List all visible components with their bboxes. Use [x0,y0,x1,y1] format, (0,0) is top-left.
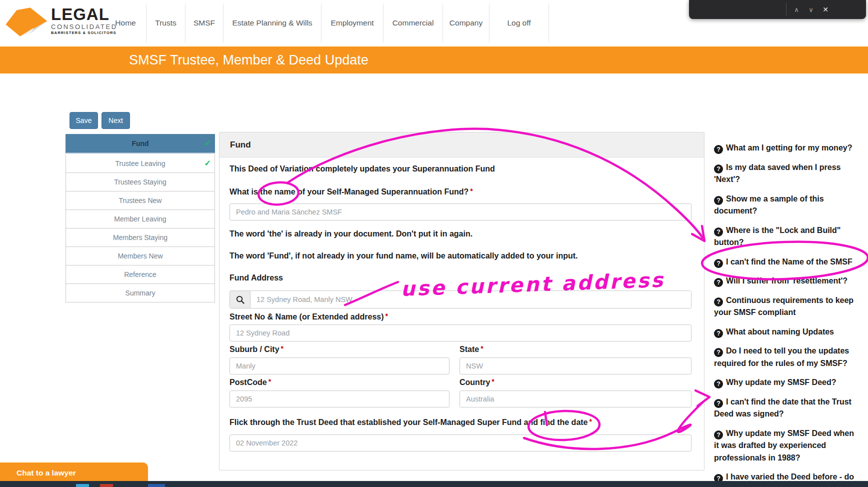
nav-item-company[interactable]: Company [443,4,490,42]
state-label-text: State [460,345,479,354]
required-asterisk: * [480,344,483,352]
faq-label: Show me a sample of this document? [714,194,824,216]
fund-form-panel: Fund This Deed of Variation completely u… [219,132,704,470]
social-icon-sliver [148,484,165,487]
faq-sidebar: ?What am I getting for my money? ?Is my … [714,142,858,487]
step-label: Trustees Staying [114,178,166,186]
step-trustee-leaving[interactable]: Trustee Leaving ✓ [66,154,215,173]
faq-item-tell-updates[interactable]: ?Do I need to tell you the updates requi… [714,345,858,370]
nav-item-smsf[interactable]: SMSF [186,4,224,42]
step-summary[interactable]: Summary [66,284,215,302]
faq-item-data-saved[interactable]: ?Is my data saved when I press 'Next'? [714,162,858,186]
required-asterisk: * [386,312,388,320]
question-circle-icon: ? [714,329,723,338]
next-button[interactable]: Next [102,112,130,129]
state-label: State* [460,344,484,354]
footer-bar [0,481,868,487]
faq-item-why-update[interactable]: ?Why update my SMSF Deed? [714,376,858,389]
faq-item-continuous-requirements[interactable]: ?Continuous requirements to keep your SM… [714,294,858,319]
faq-label: Continuous requirements to keep your SMS… [714,296,854,317]
faq-item-resettlement[interactable]: ?Will I suffer from 'resettlement'? [714,275,858,288]
step-trustees-staying[interactable]: Trustees Staying [66,173,215,192]
panel-header: Fund [220,132,704,158]
note-the: The word 'the' is already in your docume… [230,230,472,238]
nav-item-estate-planning[interactable]: Estate Planning & Wills [224,4,322,42]
suburb-input[interactable] [230,358,450,374]
fund-address-input[interactable] [250,291,691,308]
faq-label: What am I getting for my money? [726,144,852,152]
suburb-label-text: Suburb / City [230,345,280,354]
faq-label: What about naming Updates [726,328,834,336]
faq-item-drafted-1988[interactable]: ?Why update my SMSF Deed when it was dra… [714,428,858,464]
faq-label: I have varied the Deed before - do [726,472,854,481]
logo-arrow-icon [4,3,48,41]
faq-label: Why update my SMSF Deed? [726,378,836,386]
fund-name-input[interactable] [230,204,692,220]
step-label: Trustees New [119,196,162,204]
chevron-up-icon[interactable]: ∧ [790,0,804,19]
faq-item-lock-and-build[interactable]: ?Where is the "Lock and Build" button? [714,224,858,249]
fund-name-label: What is the name of your Self-Managed Su… [230,187,473,196]
postcode-label-text: PostCode [230,378,267,386]
faq-item-sample[interactable]: ?Show me a sample of this document? [714,193,858,218]
required-asterisk: * [492,378,494,386]
faq-item-naming-updates[interactable]: ?What about naming Updates [714,326,858,338]
faq-item-money[interactable]: ?What am I getting for my money? [714,142,858,154]
step-members-new[interactable]: Members New [66,247,215,266]
faq-label: I can't find the Name of the SMSF [726,258,852,266]
faq-item-cant-find-date[interactable]: ?I can't find the date that the Trust De… [714,396,858,420]
required-asterisk: * [268,378,271,386]
overlay-toolbar: ∧ ∨ ✕ [689,0,866,19]
address-search-button[interactable] [230,291,250,308]
faq-label: Do I need to tell you the updates requir… [714,346,849,368]
question-circle-icon: ? [714,145,723,154]
question-circle-icon: ? [714,228,723,236]
deed-date-input[interactable] [230,434,692,452]
street-input[interactable] [230,324,692,342]
required-asterisk: * [281,344,284,352]
social-icon-sliver [76,484,89,487]
search-icon [236,296,244,304]
required-asterisk: * [590,418,592,426]
step-reference[interactable]: Reference [66,266,215,284]
state-input[interactable] [460,358,692,374]
fund-address-label: Fund Address [230,274,283,282]
social-icon-sliver [100,484,113,487]
page-banner: SMSF Trustee, Member & Deed Update [0,46,868,74]
faq-item-cant-find-name[interactable]: ?I can't find the Name of the SMSF [714,256,858,268]
question-circle-icon: ? [714,380,723,388]
step-label: Reference [124,270,156,278]
step-member-leaving[interactable]: Member Leaving [66,210,215,228]
step-label: Members Staying [113,234,168,242]
question-circle-icon: ? [714,196,723,205]
nav-item-trusts[interactable]: Trusts [146,4,186,42]
faq-label: Where is the "Lock and Build" button? [714,226,840,247]
intro-text: This Deed of Variation completely update… [230,164,495,174]
nav-item-logoff[interactable]: Log off [490,4,549,42]
question-circle-icon: ? [714,399,723,408]
step-sidebar: Fund ✓ Trustee Leaving ✓ Trustees Stayin… [66,134,215,302]
country-input[interactable] [460,390,692,408]
nav-item-employment[interactable]: Employment [322,4,384,42]
step-members-staying[interactable]: Members Staying [66,228,215,247]
close-icon[interactable]: ✕ [818,0,832,19]
save-button[interactable]: Save [70,112,98,129]
faq-label: Is my data saved when I press 'Next'? [714,163,840,184]
fund-name-question: What is the name of your Self-Managed Su… [230,188,468,196]
postcode-input[interactable] [230,390,450,408]
postcode-label: PostCode* [230,378,271,387]
country-label-text: Country [460,378,490,386]
step-fund[interactable]: Fund ✓ [66,134,215,154]
faq-label: Will I suffer from 'resettlement'? [726,276,848,285]
street-label: Street No & Name (or Extended address)* [230,312,388,322]
nav-item-home[interactable]: Home [105,4,146,42]
check-icon: ✓ [204,154,211,172]
chevron-down-icon[interactable]: ∨ [804,0,818,19]
nav-item-commercial[interactable]: Commercial [384,4,443,42]
question-circle-icon: ? [714,430,723,440]
step-trustees-new[interactable]: Trustees New [66,192,215,210]
question-circle-icon: ? [714,298,723,306]
deed-date-label: Flick through the Trust Deed that establ… [230,418,592,427]
fund-address-field [230,290,692,308]
main-menu: Home Trusts SMSF Estate Planning & Wills… [105,4,549,42]
